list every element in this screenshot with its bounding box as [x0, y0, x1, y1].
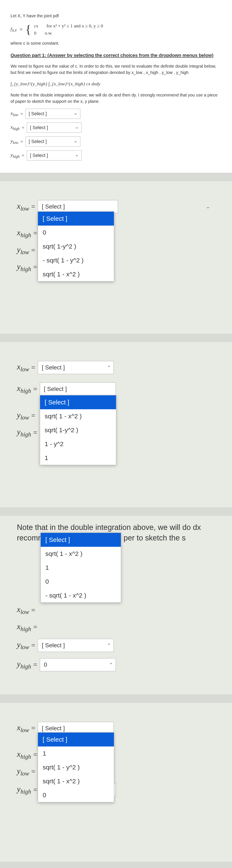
screenshot-xlow-open: xlow = [ Select ] [ Select ]0sqrt( 1-y^2… [0, 181, 232, 334]
select-xlow[interactable]: [ Select ] [38, 361, 114, 374]
label-ylow: ylow [17, 410, 29, 421]
eq-sign: = [22, 125, 24, 130]
label-yhigh: yhigh [17, 427, 31, 438]
label-ylow: ylow [17, 245, 29, 256]
label-xhigh: xhigh [17, 228, 31, 239]
eq-sign: = [33, 229, 37, 237]
dropdown-option[interactable]: 0 [41, 575, 121, 589]
row-ylow: ylow = [ Select ] [10, 136, 222, 147]
dropdown-option[interactable]: 1 - y^2 [40, 437, 116, 451]
dropdown-option[interactable]: - sqrt( 1 - y^2 ) [38, 253, 114, 267]
label-xlow: xlow [17, 723, 29, 734]
equals-sign: = [20, 27, 23, 32]
label-xhigh: xhigh [17, 749, 31, 760]
select-ylow[interactable]: [ Select ] [38, 639, 114, 652]
label-xhigh: xhigh [17, 622, 31, 632]
dropdown-option[interactable]: 0 [38, 788, 114, 802]
dropdown-option[interactable]: sqrt( 1 - x^2 ) [38, 267, 114, 281]
select-xlow-open[interactable]: [ Select ] [38, 200, 118, 213]
dropdown-option[interactable]: sqrt( 1 - x^2 ) [41, 547, 121, 561]
eq-sign: = [21, 139, 23, 144]
dropdown-option[interactable]: sqrt( 1-y^2 ) [40, 423, 116, 437]
eq-sign: = [33, 385, 37, 393]
pdf-definition: fX,Y = { cx for x² + y² ≤ 1 and x ≥ 0, y… [10, 23, 222, 36]
where-c: where c is some constant. [10, 40, 222, 46]
recomm-fragment: recomr [17, 533, 40, 543]
brace-icon: { [25, 24, 31, 35]
note-line-b: per to sketch the s [124, 533, 185, 543]
label-ylow: ylow [17, 640, 29, 651]
label-yhigh: yhigh [17, 262, 31, 273]
screenshot-yhigh-open: xlow = [ Select ] [ Select ]1sqrt( 1 - y… [0, 703, 232, 862]
eq-sign: = [33, 263, 37, 271]
select-yhigh[interactable]: [ Select ] [27, 150, 82, 160]
chevron-down-icon: ⌄ [206, 204, 210, 210]
select-xhigh[interactable]: [ Select ] [27, 123, 82, 133]
dropdown-option[interactable]: 0 [38, 225, 114, 240]
double-integral: ∫_{y_low}^{y_high} ∫_{x_low}^{x_high} cx… [10, 80, 222, 87]
dropdown-option[interactable]: sqrt( 1 - x^2 ) [40, 409, 116, 423]
select-ylow[interactable]: [ Select ] [26, 136, 80, 147]
dropdown-option[interactable]: 1 [41, 561, 121, 575]
label-xhigh: xhigh [17, 383, 31, 394]
dropdown-xlow[interactable]: [ Select ]0sqrt( 1-y^2 )- sqrt( 1 - y^2 … [38, 212, 114, 281]
note-line-a: Note that in the double integration abov… [17, 522, 215, 533]
label-xlow: xlow [17, 362, 29, 373]
screenshot-xhigh-open: xlow = [ Select ] xhigh = [ Select ] [ S… [0, 342, 232, 507]
row-xhigh: xhigh = [ Select ] [10, 123, 222, 133]
eq-sign: = [31, 724, 35, 732]
eq-sign: = [31, 641, 35, 649]
eq-sign: = [31, 203, 35, 211]
dropdown-option[interactable]: sqrt( 1 - x^2 ) [38, 774, 114, 788]
dropdown-option[interactable]: 1 [38, 746, 114, 761]
eq-sign: = [33, 786, 37, 794]
eq-sign: = [22, 153, 24, 158]
problem-statement: Let X, Y have the joint pdf fX,Y = { cx … [0, 0, 232, 173]
dropdown-option[interactable]: - sqrt( 1 - x^2 ) [41, 589, 121, 602]
eq-sign: = [31, 606, 35, 614]
select-xlow[interactable]: [ Select ] [26, 109, 80, 119]
paragraph-need-c: We need to figure out the value of c. In… [10, 63, 222, 75]
dropdown-yhigh[interactable]: [ Select ]1sqrt( 1 - y^2 )sqrt( 1 - x^2 … [38, 732, 114, 802]
label-xlow: xlow [17, 202, 29, 212]
eq-sign: = [33, 429, 37, 437]
piece-ow: o.w. [45, 30, 52, 36]
question-title: Question part 1: (Answer by selecting th… [10, 52, 222, 59]
eq-sign: = [33, 623, 37, 631]
label-xlow: xlow [10, 111, 18, 117]
eq-sign: = [31, 411, 35, 420]
dropdown-option[interactable]: [ Select ] [40, 395, 116, 409]
label-yhigh: yhigh [10, 152, 20, 159]
dropdown-xhigh[interactable]: [ Select ]sqrt( 1 - x^2 )sqrt( 1-y^2 )1 … [40, 395, 116, 465]
paragraph-note: Note that in the double integration abov… [10, 92, 222, 104]
label-yhigh: yhigh [17, 659, 31, 670]
dropdown-ylow[interactable]: [ Select ]sqrt( 1 - x^2 )10- sqrt( 1 - x… [40, 533, 121, 602]
dropdown-option[interactable]: sqrt( 1-y^2 ) [38, 240, 114, 253]
dropdown-option[interactable]: sqrt( 1 - y^2 ) [38, 761, 114, 774]
screenshot-ylow-open: Note that in the double integration abov… [0, 516, 232, 694]
eq-sign: = [33, 661, 37, 669]
eq-sign: = [33, 751, 37, 759]
row-xlow: xlow = [ Select ] [10, 109, 222, 119]
label-xhigh: xhigh [10, 124, 20, 131]
let-line: Let X, Y have the joint pdf [10, 13, 222, 19]
label-yhigh: yhigh [17, 784, 31, 795]
label-ylow: ylow [10, 138, 18, 145]
label-ylow: ylow [17, 766, 29, 777]
eq-sign: = [31, 246, 35, 254]
piece-zero: 0 [34, 30, 36, 36]
row-yhigh: yhigh = [ Select ] [10, 150, 222, 160]
piece-cx: cx [34, 23, 38, 29]
select-xhigh-open[interactable]: [ Select ] [40, 382, 116, 396]
label-xlow: xlow [17, 605, 29, 616]
sub-xy: X,Y [12, 28, 17, 32]
select-yhigh[interactable]: 0 [40, 658, 116, 671]
eq-sign: = [21, 111, 23, 117]
dropdown-option[interactable]: [ Select ] [38, 733, 114, 746]
piece-domain: for x² + y² ≤ 1 and x ≥ 0, y ≥ 0 [47, 23, 103, 29]
eq-sign: = [31, 768, 35, 776]
dropdown-option[interactable]: 1 [40, 451, 116, 465]
dropdown-option[interactable]: [ Select ] [38, 212, 114, 225]
eq-sign: = [31, 364, 35, 372]
dropdown-option[interactable]: [ Select ] [41, 533, 121, 547]
